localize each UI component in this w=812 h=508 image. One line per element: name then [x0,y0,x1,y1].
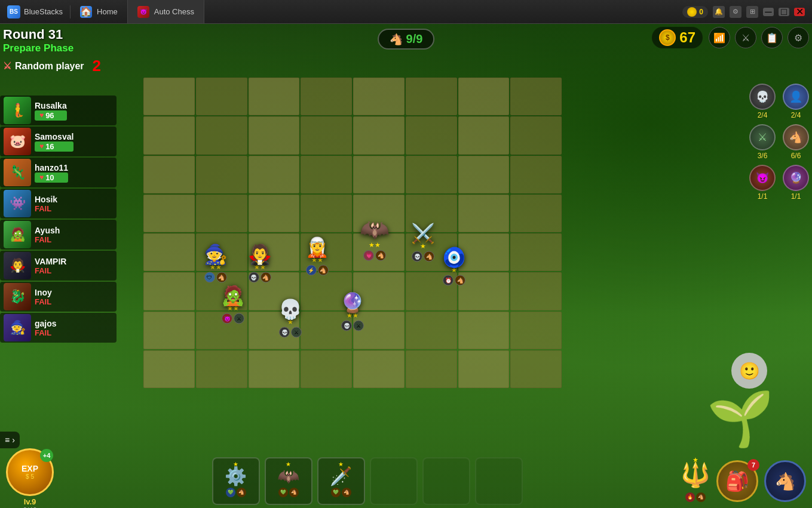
board-cell[interactable] [301,195,352,232]
board-cell[interactable] [249,233,300,271]
board-cell[interactable] [301,233,352,271]
board-cell[interactable] [353,195,405,232]
synergy-warrior[interactable]: ⚔ 3/6 [749,124,776,160]
board-cell[interactable] [196,350,247,388]
player-entry-hosik[interactable]: 👾 Hosik FAIL [0,189,117,218]
game-tab[interactable]: 😈 Auto Chess [128,0,204,23]
board-cell[interactable] [301,350,352,388]
board-cell[interactable] [196,156,247,193]
minimize-button[interactable]: ─ [763,8,774,16]
bench-slot-empty-3[interactable] [475,457,523,505]
board-cell[interactable] [406,195,457,232]
synergy-knight[interactable]: 🐴 6/6 [783,124,809,160]
recruit-button[interactable]: 🐴 [764,460,806,502]
player-entry-ayush[interactable]: 🧟 Ayush FAIL [0,220,117,250]
fail-badge-inoy: FAIL [35,297,52,306]
settings-game-icon[interactable]: ⚙ [788,27,809,48]
board-cell[interactable] [249,350,300,388]
board-cell[interactable] [406,350,457,388]
board-cell[interactable] [353,116,405,154]
board-cell[interactable] [196,272,247,310]
unit-fraction: 9/9 [406,32,423,46]
board-cell[interactable] [143,156,195,193]
board-cell[interactable] [458,116,510,154]
board-grid [143,78,562,388]
board-cell[interactable] [510,195,562,232]
board-cell[interactable] [458,312,510,349]
board-cell[interactable] [353,156,405,193]
synergy-human[interactable]: 👤 2/4 [783,84,809,119]
board-cell[interactable] [353,312,405,349]
board-cell[interactable] [353,350,405,388]
board-cell[interactable] [249,312,300,349]
board-cell[interactable] [143,195,195,232]
board-cell[interactable] [510,116,562,154]
bench-slot-empty-1[interactable] [370,457,418,505]
horse-icon: 🐴 [390,33,403,46]
board-cell[interactable] [458,195,510,232]
board-cell[interactable] [301,312,352,349]
settings-icon[interactable]: ⚙ [730,6,741,18]
signal-icon[interactable]: 📶 [709,27,730,48]
chat-button[interactable]: 🙂 [731,353,767,389]
board-cell[interactable] [143,312,195,349]
board-cell[interactable] [249,116,300,154]
board-cell[interactable] [458,233,510,271]
board-cell[interactable] [510,272,562,310]
notification-icon[interactable]: 🔔 [713,6,725,18]
board-cell[interactable] [301,156,352,193]
player-entry-vampir[interactable]: 🧛 VAMPIR FAIL [0,251,117,281]
board-cell[interactable] [406,233,457,271]
board-cell[interactable] [196,116,247,154]
player-entry-gajos[interactable]: 🧙 gajos FAIL [0,313,117,343]
bench-slot-1[interactable]: ⚙️ ★ 💚 🐴 [212,457,260,505]
mage-count: 1/1 [791,192,801,201]
board-cell[interactable] [196,233,247,271]
bench-slot-empty-2[interactable] [422,457,470,505]
toggle-panel[interactable]: ≡ › [0,432,20,448]
board-cell[interactable] [301,272,352,310]
board-cell[interactable] [143,350,195,388]
player-entry-inoy[interactable]: 🐉 Inoy FAIL [0,282,117,312]
bag-button[interactable]: 7 🎒 [716,460,758,502]
exp-orb[interactable]: +4 EXP $ 5 [6,448,54,496]
bench-slot-3[interactable]: 🗡️ ★ 💚 🐴 [317,457,365,505]
combat-icon[interactable]: ⚔ [735,27,756,48]
journal-icon[interactable]: 📋 [761,27,783,48]
board-cell[interactable] [510,233,562,271]
maximize-button[interactable]: □ [779,8,789,16]
grid-icon[interactable]: ⊞ [746,6,758,18]
board-cell[interactable] [458,272,510,310]
board-cell[interactable] [510,312,562,349]
board-cell[interactable] [458,156,510,193]
board-cell[interactable] [249,195,300,232]
board-cell[interactable] [353,233,405,271]
board-cell[interactable] [406,312,457,349]
player-entry-hanzo11[interactable]: 🦎 hanzo11 ♥ 10 [0,158,117,187]
board-cell[interactable] [249,156,300,193]
board-cell[interactable] [249,272,300,310]
board-cell[interactable] [143,233,195,271]
synergy-demon[interactable]: 😈 1/1 [749,165,776,201]
board-cell[interactable] [510,156,562,193]
home-tab[interactable]: 🏠 Home [71,0,128,23]
board-cell[interactable] [196,195,247,232]
board-cell[interactable] [196,312,247,349]
player-entry-samosval[interactable]: 🐷 Samosval ♥ 16 [0,127,117,156]
player-entry-rusalka[interactable]: 🧜 Rusalka ♥ 96 [0,96,117,125]
close-button[interactable]: ✕ [794,8,805,16]
board-cell[interactable] [406,156,457,193]
board-cell[interactable] [353,272,405,310]
board-cell[interactable] [406,116,457,154]
synergy-undead[interactable]: 💀 2/4 [749,84,776,119]
board-cell[interactable] [143,116,195,154]
bench-slot-2[interactable]: 🦇 ★ 💚 🐴 [265,457,312,505]
board-cell[interactable] [510,350,562,388]
board-cell[interactable] [143,272,195,310]
synergy-mage[interactable]: 🔮 1/1 [783,165,809,201]
fail-badge-vampir: FAIL [35,266,66,275]
chessboard[interactable] [131,54,574,400]
board-cell[interactable] [406,272,457,310]
board-cell[interactable] [458,350,510,388]
board-cell[interactable] [301,116,352,154]
